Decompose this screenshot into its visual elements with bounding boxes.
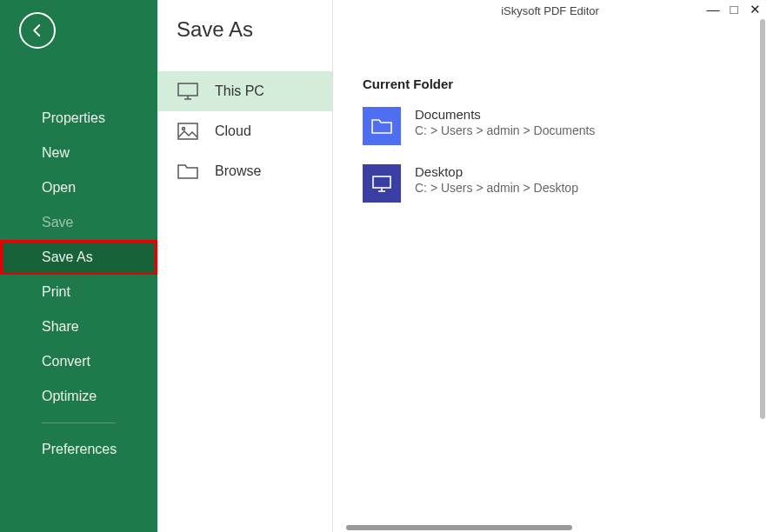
folder-content-area: iSkysoft PDF Editor — □ ✕ Current Folder… bbox=[333, 0, 767, 532]
folder-name: Desktop bbox=[415, 164, 578, 179]
folder-name: Documents bbox=[415, 107, 595, 122]
horizontal-scrollbar[interactable] bbox=[346, 525, 572, 530]
svg-rect-5 bbox=[373, 176, 390, 188]
desktop-tile-icon bbox=[363, 164, 401, 203]
save-as-locations-panel: Save As This PC Cloud Browse bbox=[157, 0, 333, 532]
active-indicator-icon bbox=[157, 250, 164, 264]
sidebar-item-share[interactable]: Share bbox=[0, 309, 157, 344]
sidebar-item-optimize[interactable]: Optimize bbox=[0, 379, 157, 414]
sidebar-item-convert[interactable]: Convert bbox=[0, 344, 157, 379]
back-button[interactable] bbox=[19, 12, 56, 49]
folder-icon bbox=[177, 162, 199, 181]
folder-path: C: > Users > admin > Documents bbox=[415, 123, 595, 137]
minimize-button[interactable]: — bbox=[706, 2, 720, 17]
location-label: This PC bbox=[215, 83, 264, 99]
sidebar-item-preferences[interactable]: Preferences bbox=[0, 432, 157, 467]
sidebar-item-open[interactable]: Open bbox=[0, 170, 157, 205]
sidebar-divider bbox=[42, 422, 116, 423]
sidebar-item-properties[interactable]: Properties bbox=[0, 101, 157, 136]
maximize-button[interactable]: □ bbox=[727, 2, 741, 17]
chevron-left-icon bbox=[30, 23, 45, 38]
folder-entry-documents[interactable]: Documents C: > Users > admin > Documents bbox=[363, 107, 739, 145]
sidebar-item-print[interactable]: Print bbox=[0, 275, 157, 309]
location-browse[interactable]: Browse bbox=[157, 151, 332, 191]
picture-icon bbox=[177, 122, 199, 141]
file-menu-sidebar: Properties New Open Save Save As Print S… bbox=[0, 0, 157, 532]
folder-tile-icon bbox=[363, 107, 401, 145]
sidebar-item-save-as[interactable]: Save As bbox=[0, 240, 157, 275]
vertical-scrollbar[interactable] bbox=[760, 19, 765, 419]
monitor-icon bbox=[177, 82, 199, 101]
folder-text: Desktop C: > Users > admin > Desktop bbox=[415, 164, 578, 203]
panel-title: Save As bbox=[157, 17, 332, 42]
location-this-pc[interactable]: This PC bbox=[157, 71, 332, 111]
svg-rect-3 bbox=[178, 123, 197, 139]
location-label: Browse bbox=[215, 163, 261, 179]
folder-path: C: > Users > admin > Desktop bbox=[415, 181, 578, 195]
sidebar-item-new[interactable]: New bbox=[0, 136, 157, 170]
location-label: Cloud bbox=[215, 123, 251, 139]
svg-rect-0 bbox=[178, 83, 197, 96]
svg-point-4 bbox=[183, 128, 185, 130]
current-folder-heading: Current Folder bbox=[363, 76, 739, 91]
folder-text: Documents C: > Users > admin > Documents bbox=[415, 107, 595, 145]
location-cloud[interactable]: Cloud bbox=[157, 111, 332, 151]
close-button[interactable]: ✕ bbox=[748, 2, 762, 17]
window-controls: — □ ✕ bbox=[706, 2, 762, 17]
folder-entry-desktop[interactable]: Desktop C: > Users > admin > Desktop bbox=[363, 164, 739, 203]
window-title: iSkysoft PDF Editor bbox=[333, 0, 767, 21]
sidebar-item-label: Save As bbox=[42, 249, 93, 264]
sidebar-item-save[interactable]: Save bbox=[0, 205, 157, 240]
